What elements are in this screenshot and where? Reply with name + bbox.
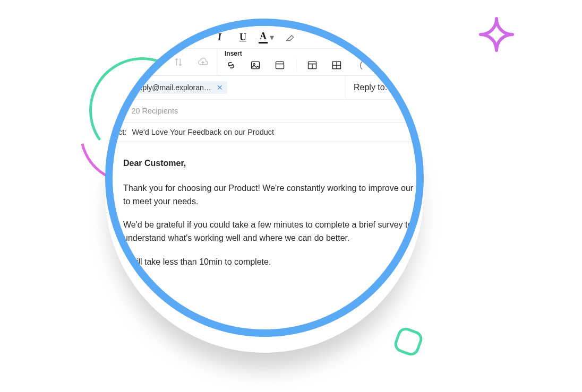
calendar-icon (105, 54, 114, 70)
underline-button[interactable]: U (235, 29, 252, 45)
add-recipient-button[interactable]: + (114, 105, 126, 117)
chevron-down-icon: ▾ (167, 34, 170, 40)
more-insert-button[interactable]: ( (353, 57, 370, 73)
sparkle-icon (478, 16, 515, 53)
body-paragraph-3: It will take less than 10min to complete… (123, 256, 424, 269)
font-size-value: 11 (155, 33, 163, 41)
svg-rect-1 (252, 62, 260, 68)
body-greeting: Dear Customer, (123, 157, 424, 170)
to-label: To: (105, 107, 109, 115)
to-placeholder: 20 Recipients (131, 107, 178, 115)
from-replyto-row: From: no-reply@mail.exploran… ✕ Reply to… (105, 76, 424, 100)
decorative-squircle (392, 325, 425, 358)
from-chip-text: no-reply@mail.exploran… (125, 83, 211, 92)
toolbar-row-1: 11 ▾ B I U A ▾ (105, 26, 424, 49)
sigma-icon: Σ (146, 54, 162, 70)
highlight-button[interactable] (281, 29, 298, 45)
subject-input[interactable] (132, 128, 424, 136)
separator (181, 31, 182, 43)
remove-chip-icon[interactable]: ✕ (217, 83, 223, 92)
from-label: From: (105, 83, 121, 92)
bold-button[interactable]: B (188, 29, 205, 45)
font-size-dropdown[interactable]: 11 ▾ (150, 30, 175, 45)
sort-icon (170, 54, 187, 70)
image-button[interactable] (247, 57, 264, 73)
svg-rect-0 (105, 59, 109, 66)
cloud-icon (194, 54, 211, 70)
body-paragraph-2: We'd be grateful if you could take a few… (123, 219, 424, 245)
circle-viewport: 11 ▾ B I U A ▾ Σ (105, 19, 424, 337)
subject-row: Subject: (105, 123, 424, 142)
subject-label: Subject: (105, 128, 126, 136)
toolbar-disabled-group: Σ (105, 49, 217, 75)
text-color-button[interactable]: A ▾ (258, 29, 275, 45)
toolbar-row-2: Σ Insert ( (105, 49, 424, 76)
italic-button[interactable]: I (211, 29, 228, 45)
reply-to-label: Reply to: (354, 83, 387, 92)
table-button[interactable] (328, 57, 345, 73)
insert-label: Insert (222, 50, 370, 57)
email-body[interactable]: Dear Customer, Thank you for choosing ou… (105, 142, 424, 311)
chevron-down-icon: ▾ (270, 32, 274, 42)
browser-button[interactable] (271, 57, 288, 73)
signature-icon (121, 54, 138, 70)
svg-rect-3 (276, 62, 284, 68)
toolbar-insert-group: Insert ( (217, 49, 375, 75)
from-chip[interactable]: no-reply@mail.exploran… ✕ (121, 81, 227, 94)
link-button[interactable] (222, 57, 239, 73)
body-paragraph-1: Thank you for choosing our Product! We'r… (123, 182, 424, 208)
to-row: To: + 20 Recipients (105, 100, 424, 123)
email-editor: 11 ▾ B I U A ▾ Σ (105, 26, 424, 311)
layout-button[interactable] (304, 57, 321, 73)
separator (296, 59, 296, 72)
